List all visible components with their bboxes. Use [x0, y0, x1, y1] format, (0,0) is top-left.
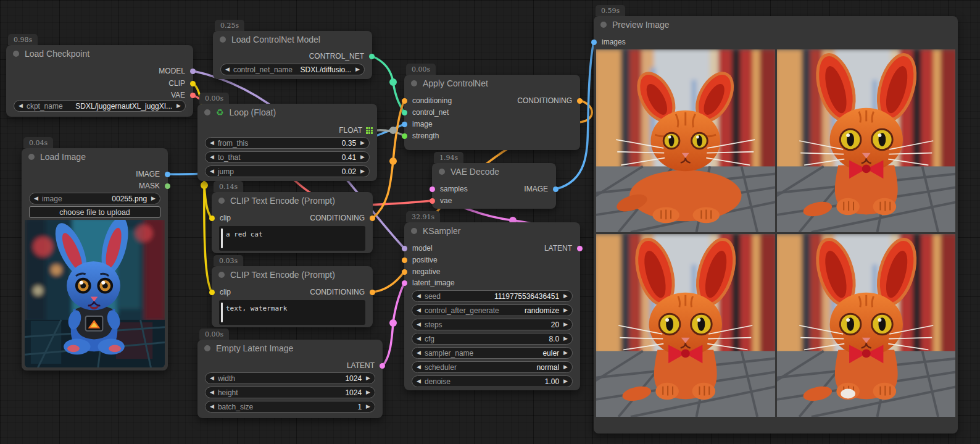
collapse-dot-icon[interactable]: [220, 36, 226, 43]
output-port-latent[interactable]: [577, 246, 583, 251]
collapse-dot-icon[interactable]: [28, 154, 35, 160]
stepper-left-icon[interactable]: ◀: [210, 154, 214, 160]
widget-from-this[interactable]: ◀ from_this 0.35 ▶: [205, 137, 370, 149]
output-port-conditioning[interactable]: [370, 216, 375, 221]
widget-batch-size[interactable]: ◀ batch_size 1 ▶: [205, 401, 375, 413]
node-header[interactable]: Load ControlNet Model: [213, 31, 372, 48]
input-port-vae[interactable]: [430, 198, 435, 204]
output-port-vae[interactable]: [190, 93, 196, 98]
stepper-right-icon[interactable]: ▶: [563, 350, 568, 356]
output-port-conditioning[interactable]: [370, 290, 375, 295]
output-port-model[interactable]: [190, 69, 196, 74]
input-port-positive[interactable]: [402, 258, 407, 263]
reroute-dot-controlnet[interactable]: [389, 78, 397, 86]
output-port-clip[interactable]: [190, 81, 196, 86]
output-port-latent[interactable]: [380, 363, 385, 369]
stepper-right-icon[interactable]: ▶: [563, 336, 568, 341]
input-port-model[interactable]: [402, 246, 407, 251]
generated-image-4[interactable]: [777, 234, 956, 417]
stepper-right-icon[interactable]: ▶: [355, 67, 360, 72]
input-image-preview[interactable]: [25, 220, 165, 367]
widget-control-net-name[interactable]: ◀ control_net_name SDXL/diffusio... ▶: [220, 64, 365, 75]
widget-ckpt-name[interactable]: ◀ ckpt_name SDXL/juggernautXL_juggXI... …: [14, 100, 186, 112]
output-port-control-net[interactable]: [369, 54, 375, 59]
output-port-image[interactable]: [165, 172, 170, 177]
node-graph-canvas[interactable]: 0.98s Load Checkpoint MODEL CLIP VAE ◀ c…: [0, 0, 980, 444]
stepper-left-icon[interactable]: ◀: [417, 336, 421, 341]
widget-sampler-name[interactable]: ◀ sampler_name euler ▶: [412, 347, 573, 359]
stepper-right-icon[interactable]: ▶: [563, 322, 568, 327]
node-load-image[interactable]: 0.04s Load Image IMAGE MASK ◀ image 0025…: [22, 148, 168, 371]
stepper-right-icon[interactable]: ▶: [563, 293, 568, 299]
collapse-dot-icon[interactable]: [411, 80, 417, 86]
widget-cfg[interactable]: ◀ cfg 8.0 ▶: [412, 333, 573, 345]
node-header[interactable]: ♻ Loop (Float): [197, 104, 377, 121]
output-port-mask[interactable]: [165, 183, 170, 189]
stepper-right-icon[interactable]: ▶: [563, 379, 568, 384]
output-port-conditioning[interactable]: [577, 98, 583, 104]
widget-scheduler[interactable]: ◀ scheduler normal ▶: [412, 361, 573, 373]
input-port-clip[interactable]: [209, 216, 215, 221]
node-header[interactable]: VAE Decode: [432, 163, 556, 180]
node-load-controlnet[interactable]: 0.25s Load ControlNet Model CONTROL_NET …: [213, 31, 372, 79]
node-loop-float[interactable]: 0.00s ♻ Loop (Float) FLOAT ◀ from_this 0…: [197, 104, 377, 181]
widget-denoise[interactable]: ◀ denoise 1.00 ▶: [412, 375, 573, 387]
prompt-textarea[interactable]: a red cat: [219, 226, 365, 251]
node-header[interactable]: Apply ControlNet: [404, 75, 580, 92]
reroute-dot-float[interactable]: [389, 127, 397, 134]
input-port-latent-image[interactable]: [402, 280, 407, 286]
reroute-dot-conditioning[interactable]: [389, 157, 397, 165]
stepper-left-icon[interactable]: ◀: [34, 196, 38, 201]
collapse-dot-icon[interactable]: [439, 169, 445, 175]
stepper-right-icon[interactable]: ▶: [176, 103, 181, 109]
stepper-left-icon[interactable]: ◀: [417, 364, 421, 370]
collapse-dot-icon[interactable]: [600, 22, 607, 28]
stepper-left-icon[interactable]: ◀: [19, 103, 23, 109]
collapse-dot-icon[interactable]: [411, 228, 417, 234]
stepper-left-icon[interactable]: ◀: [417, 293, 421, 299]
node-header[interactable]: Load Image: [22, 148, 168, 165]
reroute-dot-latent[interactable]: [389, 319, 397, 327]
widget-jump[interactable]: ◀ jump 0.02 ▶: [205, 165, 370, 177]
node-header[interactable]: KSampler: [404, 222, 580, 240]
stepper-right-icon[interactable]: ▶: [366, 390, 370, 395]
collapse-dot-icon[interactable]: [218, 272, 225, 278]
node-header[interactable]: Load Checkpoint: [6, 45, 193, 62]
input-port-clip[interactable]: [209, 290, 215, 295]
collapse-dot-icon[interactable]: [13, 51, 19, 57]
stepper-left-icon[interactable]: ◀: [210, 140, 214, 146]
float-array-icon[interactable]: [366, 127, 373, 134]
generated-image-1[interactable]: [596, 49, 775, 232]
widget-to-that[interactable]: ◀ to_that 0.41 ▶: [205, 151, 370, 163]
node-header[interactable]: Preview Image: [594, 16, 958, 33]
collapse-dot-icon[interactable]: [218, 198, 225, 204]
node-header[interactable]: CLIP Text Encode (Prompt): [212, 192, 373, 209]
stepper-left-icon[interactable]: ◀: [417, 308, 421, 313]
node-preview-image[interactable]: 0.59s Preview Image images: [594, 16, 958, 434]
input-port-image[interactable]: [402, 122, 407, 127]
widget-control-after-generate[interactable]: ◀ control_after_generate randomize ▶: [412, 304, 573, 316]
stepper-right-icon[interactable]: ▶: [563, 308, 568, 313]
stepper-right-icon[interactable]: ▶: [366, 404, 370, 409]
input-port-control-net[interactable]: [402, 110, 407, 115]
collapse-dot-icon[interactable]: [204, 345, 210, 351]
node-apply-controlnet[interactable]: 0.00s Apply ControlNet conditioning cont…: [404, 75, 580, 150]
collapse-dot-icon[interactable]: [204, 109, 210, 115]
input-port-strength[interactable]: [402, 133, 407, 139]
widget-image-file[interactable]: ◀ image 00255.png ▶: [29, 193, 160, 204]
widget-steps[interactable]: ◀ steps 20 ▶: [412, 319, 573, 330]
stepper-right-icon[interactable]: ▶: [360, 154, 365, 160]
node-load-checkpoint[interactable]: 0.98s Load Checkpoint MODEL CLIP VAE ◀ c…: [6, 45, 193, 117]
output-port-image[interactable]: [553, 186, 559, 192]
stepper-right-icon[interactable]: ▶: [151, 196, 156, 201]
node-clip-text-encode-negative[interactable]: 0.03s CLIP Text Encode (Prompt) clip CON…: [212, 266, 373, 327]
choose-file-button[interactable]: choose file to upload: [29, 206, 160, 218]
stepper-left-icon[interactable]: ◀: [417, 350, 421, 356]
widget-width[interactable]: ◀ width 1024 ▶: [205, 372, 375, 384]
input-port-samples[interactable]: [430, 186, 435, 192]
stepper-left-icon[interactable]: ◀: [210, 404, 214, 409]
reroute-dot-clip[interactable]: [201, 182, 208, 189]
stepper-left-icon[interactable]: ◀: [210, 375, 214, 381]
stepper-left-icon[interactable]: ◀: [210, 390, 214, 395]
widget-height[interactable]: ◀ height 1024 ▶: [205, 387, 375, 398]
